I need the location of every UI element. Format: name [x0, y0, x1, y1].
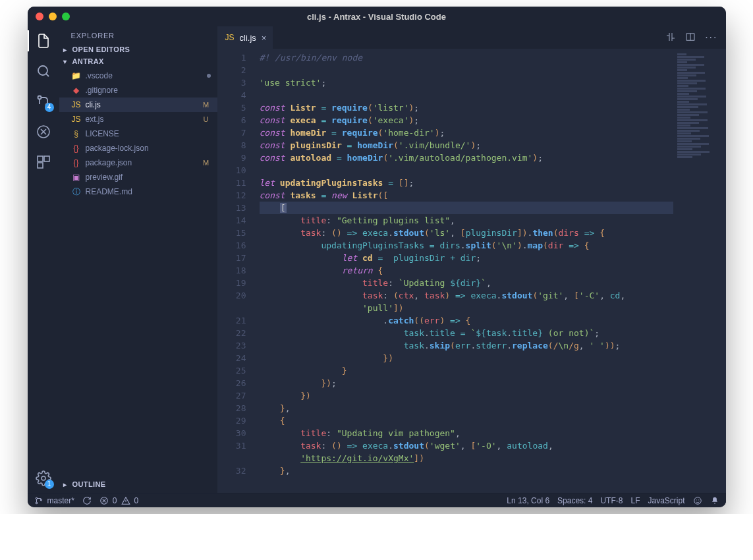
editor-viewport[interactable]: 1234567891011121314151617181920 21222324…	[217, 49, 726, 493]
code-line: task: () => execa.stdout('ls', [pluginsD…	[260, 227, 673, 239]
file-name: README.md	[86, 187, 211, 196]
file-tree-item[interactable]: 📁.vscode	[59, 69, 217, 83]
status-eol[interactable]: LF	[630, 496, 640, 505]
code-line: task.title = `${task.title} (or not)`;	[260, 327, 673, 339]
json-file-icon: {}	[71, 144, 82, 153]
file-name: package.json	[86, 158, 198, 167]
status-encoding[interactable]: UTF-8	[600, 496, 623, 505]
status-language[interactable]: JavaScript	[648, 496, 684, 505]
file-tree-item[interactable]: ▣preview.gif	[59, 170, 217, 184]
git-file-icon: ◆	[71, 86, 82, 95]
file-tree-item[interactable]: ⓘREADME.md	[59, 184, 217, 199]
chevron-right-icon: ▸	[63, 46, 72, 53]
js-file-icon: JS	[225, 33, 235, 42]
status-bell-icon[interactable]	[710, 496, 719, 505]
file-name: .vscode	[86, 71, 203, 80]
js-file-icon: JS	[71, 100, 82, 109]
code-line: return {	[260, 264, 673, 277]
more-actions-icon[interactable]: ···	[705, 32, 717, 43]
svg-point-1	[38, 96, 41, 99]
code-line	[260, 64, 673, 76]
status-feedback-icon[interactable]	[693, 496, 702, 505]
file-name: cli.js	[86, 100, 198, 109]
line-number-gutter: 1234567891011121314151617181920 21222324…	[217, 49, 254, 493]
status-indent[interactable]: Spaces: 4	[557, 496, 592, 505]
file-tree-item[interactable]: {}package-lock.json	[59, 141, 217, 155]
code-line: const Listr = require('listr');	[260, 101, 673, 114]
code-line: let updatingPluginsTasks = [];	[260, 177, 673, 189]
file-name: ext.js	[86, 115, 198, 124]
split-editor-icon[interactable]	[685, 32, 696, 44]
settings-gear-icon[interactable]: 1	[34, 469, 53, 488]
title-bar: cli.js - Antrax - Visual Studio Code	[28, 7, 726, 26]
scm-tag: M	[202, 101, 211, 109]
code-line: const pluginsDir = homeDir('.vim/bundle/…	[260, 139, 673, 152]
code-line: {	[260, 414, 673, 427]
svg-point-9	[36, 497, 37, 499]
code-line: 'pull'])	[260, 302, 673, 314]
svg-rect-5	[44, 156, 49, 161]
scm-badge: 4	[45, 103, 54, 112]
debug-activity-icon[interactable]	[34, 123, 53, 141]
code-line: },	[260, 464, 673, 477]
code-line: [	[260, 202, 673, 214]
code-line: updatingPluginsTasks = dirs.split('\n').…	[260, 239, 673, 252]
editor-group: JS cli.js × ··· 123456789101112131415161…	[217, 26, 726, 493]
js-file-icon: JS	[71, 115, 82, 124]
close-tab-icon[interactable]: ×	[262, 33, 267, 43]
modified-dot-icon	[207, 74, 211, 78]
minimap[interactable]	[673, 49, 726, 493]
code-content[interactable]: #! /usr/bin/env node 'use strict'; const…	[254, 49, 673, 493]
extensions-activity-icon[interactable]	[34, 153, 53, 171]
window-title: cli.js - Antrax - Visual Studio Code	[28, 12, 726, 22]
status-bar: master* 0 0 Ln 13, Col 6 Spaces: 4 UTF-8…	[28, 493, 726, 507]
explorer-sidebar: EXPLORER ▸ OPEN EDITORS ▾ ANTRAX 📁.vscod…	[59, 26, 217, 493]
outline-section[interactable]: ▸ OUTLINE	[59, 478, 217, 490]
status-problems[interactable]: 0 0	[99, 496, 138, 505]
status-sync[interactable]	[82, 496, 92, 505]
folder-file-icon: 📁	[71, 71, 82, 80]
scm-tag: U	[202, 115, 211, 123]
code-line: })	[260, 352, 673, 364]
code-line: },	[260, 402, 673, 414]
code-line: title: "Updating vim pathogen",	[260, 427, 673, 439]
search-activity-icon[interactable]	[34, 62, 53, 80]
svg-point-7	[42, 476, 45, 480]
status-cursor[interactable]: Ln 13, Col 6	[507, 496, 549, 505]
explorer-activity-icon[interactable]	[34, 32, 53, 50]
file-name: LICENSE	[86, 129, 211, 138]
editor-actions: ···	[665, 26, 725, 49]
code-line: })	[260, 389, 673, 402]
code-line	[260, 164, 673, 177]
activity-bar: 4 1	[28, 26, 59, 493]
file-name: .gitignore	[86, 86, 211, 95]
settings-badge: 1	[45, 480, 54, 489]
tab-cli-js[interactable]: JS cli.js ×	[217, 26, 273, 49]
vscode-window: cli.js - Antrax - Visual Studio Code 4	[28, 7, 726, 507]
lic-file-icon: §	[71, 129, 82, 138]
file-name: package-lock.json	[86, 144, 211, 153]
svg-point-0	[38, 66, 47, 75]
tab-label: cli.js	[240, 33, 256, 43]
code-line: let cd = pluginsDir + dir;	[260, 252, 673, 264]
file-tree-item[interactable]: ◆.gitignore	[59, 83, 217, 98]
chevron-right-icon: ▸	[63, 481, 72, 488]
scm-activity-icon[interactable]: 4	[34, 92, 53, 111]
svg-point-11	[40, 499, 42, 500]
open-editors-section[interactable]: ▸ OPEN EDITORS	[59, 43, 217, 55]
project-section[interactable]: ▾ ANTRAX	[59, 55, 217, 67]
file-tree-item[interactable]: {}package.jsonM	[59, 155, 217, 170]
sidebar-heading: EXPLORER	[59, 26, 217, 43]
compare-changes-icon[interactable]	[665, 32, 676, 44]
file-tree-item[interactable]: JSext.jsU	[59, 112, 217, 126]
chevron-down-icon: ▾	[63, 58, 72, 65]
file-tree-item[interactable]: JScli.jsM	[59, 98, 217, 112]
status-branch[interactable]: master*	[34, 496, 74, 505]
info-file-icon: ⓘ	[71, 186, 82, 198]
svg-rect-4	[38, 156, 43, 161]
file-tree-item[interactable]: §LICENSE	[59, 126, 217, 141]
code-line: 'use strict';	[260, 76, 673, 89]
code-line: 'https://git.io/vXgMx'])	[260, 452, 673, 464]
code-line: #! /usr/bin/env node	[260, 51, 673, 64]
code-line: const autoload = homeDir('.vim/autoload/…	[260, 152, 673, 164]
